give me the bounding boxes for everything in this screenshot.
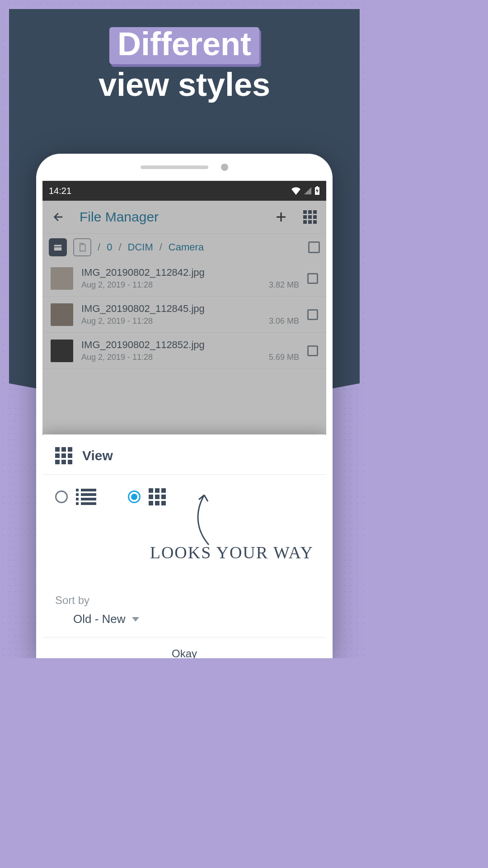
status-time: 14:21 (49, 186, 71, 196)
screen: 14:21 File Manager (42, 181, 326, 658)
view-bottom-sheet: View (42, 434, 326, 658)
grid-icon (149, 488, 166, 505)
signal-icon (304, 187, 312, 195)
battery-icon (314, 186, 320, 195)
sheet-title: View (82, 448, 113, 463)
status-bar: 14:21 (42, 181, 326, 201)
hero-subtitle: view styles (0, 68, 369, 102)
phone-frame: 14:21 File Manager (36, 154, 333, 658)
chevron-down-icon (132, 617, 139, 622)
radio-unselected[interactable] (55, 491, 68, 503)
callout-text: LOOKS YOUR WAY (150, 543, 314, 562)
sort-by-label: Sort by (55, 594, 314, 607)
okay-button[interactable]: Okay (172, 647, 197, 658)
callout-annotation: LOOKS YOUR WAY (150, 542, 314, 562)
sort-dropdown[interactable]: Old - New (55, 612, 314, 626)
sort-selected-value: Old - New (73, 612, 126, 626)
radio-selected[interactable] (128, 491, 141, 503)
grid-icon (55, 447, 72, 464)
view-option-list[interactable] (55, 488, 96, 505)
svg-rect-1 (316, 186, 318, 187)
hero-highlight: Different (109, 27, 259, 64)
wifi-icon (291, 187, 301, 195)
hero-title: Different view styles (0, 27, 369, 102)
list-icon (76, 489, 96, 505)
view-option-grid[interactable] (128, 488, 166, 505)
